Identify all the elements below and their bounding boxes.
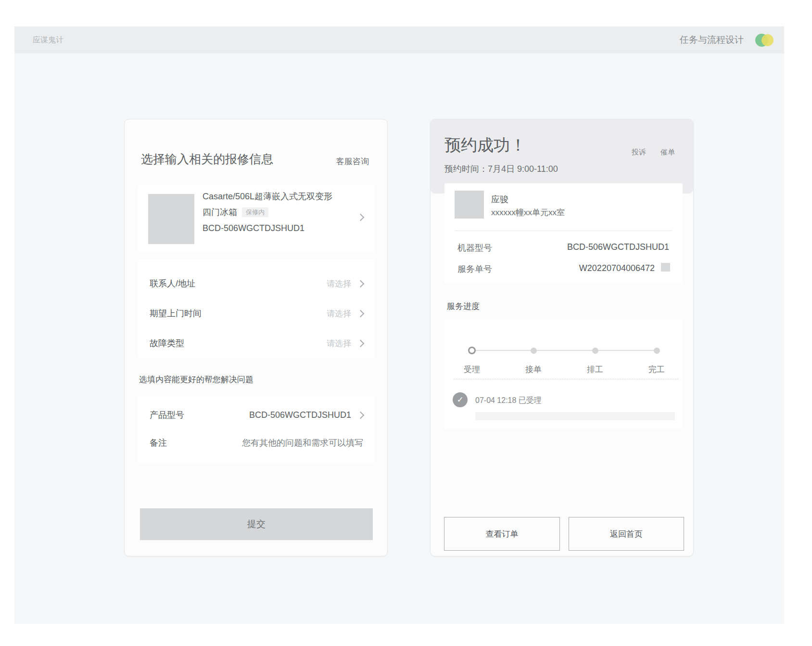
result-subtitle: 预约时间：7月4日 9:00-11:00 bbox=[444, 163, 558, 175]
service-order-value: W20220704006472 bbox=[579, 263, 655, 273]
check-icon: ✓ bbox=[453, 392, 468, 407]
progress-track bbox=[472, 350, 657, 351]
complaint-label: 投诉 bbox=[624, 148, 653, 157]
product-model: BCD-506WGCTDJSHUD1 bbox=[203, 220, 332, 236]
machine-model-label: 机器型号 bbox=[457, 242, 492, 254]
field-value-area: 请选择 bbox=[327, 278, 363, 289]
chevron-right-icon bbox=[357, 339, 365, 347]
optional-hint: 选填内容能更好的帮您解决问题 bbox=[139, 374, 254, 385]
warranty-badge: 保修内 bbox=[242, 207, 268, 217]
product-model-row[interactable]: 产品型号 BCD-506WGCTDJSHUD1 bbox=[150, 400, 363, 430]
product-model-value: BCD-506WGCTDJSHUD1 bbox=[249, 410, 351, 420]
progress-card: 受理 接单 排工 完工 ✓ 07-04 12:18 已受理 bbox=[444, 320, 683, 429]
step-dot bbox=[531, 348, 537, 354]
field-placeholder: 请选择 bbox=[327, 308, 351, 319]
service-order-label: 服务单号 bbox=[457, 263, 492, 275]
chevron-right-icon bbox=[357, 214, 365, 221]
avatar bbox=[455, 191, 484, 219]
field-row-contact-address[interactable]: 联系人/地址 请选择 bbox=[150, 269, 363, 298]
result-title: 预约成功！ bbox=[444, 135, 526, 155]
step-label-accepted: 受理 bbox=[456, 364, 488, 375]
field-value-area: 请选择 bbox=[327, 338, 363, 349]
note-row[interactable]: 备注 您有其他的问题和需求可以填写 bbox=[150, 428, 363, 458]
step-dot bbox=[592, 348, 598, 354]
urge-order-label: 催单 bbox=[653, 148, 682, 157]
status-detail-placeholder bbox=[475, 412, 675, 420]
field-value-area: 请选择 bbox=[327, 308, 363, 319]
product-name-line2-text: 四门冰箱 bbox=[203, 207, 237, 217]
repair-form-screen: 选择输入相关的报修信息 客服咨询 Casarte/506L超薄嵌入式无双变形 四… bbox=[124, 119, 388, 556]
dashed-divider bbox=[454, 379, 679, 379]
user-name: 应骏 bbox=[491, 194, 508, 205]
design-canvas: 应谋鬼计 任务与流程设计 选择输入相关的报修信息 客服咨询 Casarte/50… bbox=[0, 0, 812, 646]
step-label-taken: 接单 bbox=[517, 364, 550, 375]
divider bbox=[455, 231, 672, 231]
field-label: 联系人/地址 bbox=[150, 278, 195, 289]
required-fields-group: 联系人/地址 请选择 期望上门时间 请选择 故障类型 bbox=[138, 259, 375, 358]
product-name-line2: 四门冰箱保修内 bbox=[203, 205, 332, 220]
product-image-placeholder bbox=[148, 194, 194, 244]
view-order-button[interactable]: 查看订单 bbox=[444, 517, 560, 551]
submit-button[interactable]: 提交 bbox=[140, 508, 373, 540]
product-info: Casarte/506L超薄嵌入式无双变形 四门冰箱保修内 BCD-506WGC… bbox=[203, 189, 332, 236]
field-label: 故障类型 bbox=[150, 337, 184, 349]
page-title: 选择输入相关的报修信息 bbox=[141, 153, 273, 165]
back-home-button[interactable]: 返回首页 bbox=[569, 517, 684, 551]
section-title: 任务与流程设计 bbox=[680, 26, 744, 53]
progress-section-title: 服务进度 bbox=[447, 301, 480, 312]
product-name-line1: Casarte/506L超薄嵌入式无双变形 bbox=[203, 189, 332, 205]
note-placeholder: 您有其他的问题和需求可以填写 bbox=[242, 437, 363, 449]
complaint-button[interactable]: 投诉 bbox=[624, 144, 653, 157]
field-placeholder: 请选择 bbox=[327, 278, 351, 289]
status-text: 07-04 12:18 已受理 bbox=[475, 396, 542, 406]
logo-dot-yellow-icon bbox=[761, 34, 774, 46]
urge-order-button[interactable]: 催单 bbox=[653, 144, 682, 157]
field-row-fault-type[interactable]: 故障类型 请选择 bbox=[150, 328, 363, 358]
step-dot-active bbox=[468, 347, 476, 354]
booking-success-screen: 预约成功！ 预约时间：7月4日 9:00-11:00 投诉 催单 应骏 xxxx… bbox=[430, 119, 694, 556]
canvas-background: 选择输入相关的报修信息 客服咨询 Casarte/506L超薄嵌入式无双变形 四… bbox=[14, 53, 784, 624]
chevron-right-icon bbox=[357, 411, 365, 419]
step-dot bbox=[654, 348, 660, 354]
user-address: xxxxxx幢xx单元xx室 bbox=[491, 207, 565, 218]
step-label-done: 完工 bbox=[640, 364, 673, 375]
topbar: 应谋鬼计 任务与流程设计 bbox=[14, 26, 784, 53]
optional-fields-group: 产品型号 BCD-506WGCTDJSHUD1 备注 您有其他的问题和需求可以填… bbox=[138, 396, 375, 464]
field-label: 期望上门时间 bbox=[150, 308, 202, 319]
field-placeholder: 请选择 bbox=[327, 338, 351, 349]
product-row[interactable]: Casarte/506L超薄嵌入式无双变形 四门冰箱保修内 BCD-506WGC… bbox=[138, 185, 375, 253]
order-info-card: 应骏 xxxxxx幢xx单元xx室 机器型号 BCD-506WGCTDJSHUD… bbox=[444, 183, 683, 284]
field-row-visit-time[interactable]: 期望上门时间 请选择 bbox=[150, 298, 363, 328]
customer-service-link[interactable]: 客服咨询 bbox=[336, 156, 369, 167]
machine-model-value: BCD-506WGCTDJSHUD1 bbox=[567, 242, 669, 252]
app-title: 应谋鬼计 bbox=[33, 26, 63, 53]
field-label: 产品型号 bbox=[150, 409, 184, 421]
step-label-scheduled: 排工 bbox=[579, 364, 611, 375]
field-value-area: BCD-506WGCTDJSHUD1 bbox=[249, 410, 363, 420]
chevron-right-icon bbox=[357, 310, 365, 317]
copy-icon[interactable] bbox=[661, 263, 670, 271]
chevron-right-icon bbox=[357, 280, 365, 287]
field-label: 备注 bbox=[150, 437, 167, 449]
